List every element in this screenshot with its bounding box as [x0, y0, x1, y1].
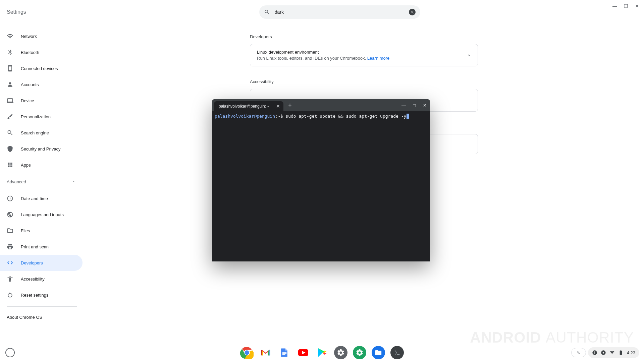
- sidebar-item-label: Languages and inputs: [21, 212, 64, 217]
- app-settings[interactable]: [334, 346, 347, 359]
- shelf: ✎ 4:23: [0, 343, 644, 362]
- sidebar-item-languages[interactable]: Languages and inputs: [0, 206, 83, 223]
- window-close[interactable]: ✕: [635, 3, 639, 9]
- app-gmail[interactable]: [259, 346, 272, 359]
- wifi-status-icon: [609, 350, 615, 355]
- window-minimize[interactable]: —: [612, 3, 617, 9]
- sidebar: Network Bluetooth Connected devices Acco…: [0, 24, 84, 324]
- section-title-accessibility: Accessibility: [250, 79, 478, 84]
- terminal-titlebar[interactable]: palashvolvoikar@penguin: ~ ✕ + — ◻ ✕: [212, 99, 430, 111]
- search-icon: [7, 129, 13, 136]
- sidebar-item-print-scan[interactable]: Print and scan: [0, 239, 83, 255]
- update-icon: [601, 350, 606, 355]
- chevron-right-icon: [468, 54, 471, 57]
- terminal-window[interactable]: palashvolvoikar@penguin: ~ ✕ + — ◻ ✕ pal…: [212, 99, 430, 261]
- sidebar-item-reset[interactable]: Reset settings: [0, 287, 83, 303]
- sidebar-item-bluetooth[interactable]: Bluetooth: [0, 44, 83, 60]
- terminal-close[interactable]: ✕: [423, 103, 427, 108]
- search-box[interactable]: [259, 5, 420, 19]
- stylus-tray[interactable]: ✎: [571, 348, 586, 357]
- apps-icon: [7, 162, 13, 168]
- sidebar-item-device[interactable]: Device: [0, 93, 83, 109]
- clock: 4:23: [627, 350, 635, 355]
- sidebar-item-label: Developers: [21, 260, 43, 265]
- sidebar-item-label: Reset settings: [21, 293, 48, 298]
- code-icon: [7, 259, 13, 266]
- app-android-settings[interactable]: [353, 346, 366, 359]
- sidebar-item-accounts[interactable]: Accounts: [0, 76, 83, 93]
- shelf-apps: [240, 346, 404, 359]
- folder-icon: [7, 227, 13, 234]
- linux-card-sub: Run Linux tools, editors, and IDEs on yo…: [257, 56, 468, 61]
- svg-rect-4: [282, 354, 285, 355]
- sidebar-item-security-privacy[interactable]: Security and Privacy: [0, 141, 83, 157]
- app-files[interactable]: [372, 346, 385, 359]
- watermark: ANDROID AUTHORITY: [470, 329, 634, 346]
- sidebar-item-connected-devices[interactable]: Connected devices: [0, 60, 83, 76]
- sidebar-item-label: Device: [21, 98, 34, 103]
- advanced-label: Advanced: [7, 179, 26, 184]
- app-play-store[interactable]: [315, 346, 329, 359]
- sidebar-item-network[interactable]: Network: [0, 28, 83, 44]
- status-tray[interactable]: 4:23: [588, 347, 639, 358]
- sidebar-item-label: Accounts: [21, 82, 39, 87]
- sidebar-item-about[interactable]: About Chrome OS: [0, 310, 84, 324]
- sidebar-item-label: Search engine: [21, 130, 49, 135]
- sidebar-item-label: Files: [21, 228, 30, 233]
- terminal-cursor: [407, 114, 409, 119]
- terminal-new-tab[interactable]: +: [288, 102, 292, 109]
- sidebar-item-developers[interactable]: Developers: [0, 255, 83, 271]
- shield-icon: [7, 145, 13, 152]
- globe-icon: [7, 211, 13, 218]
- app-youtube[interactable]: [297, 346, 310, 359]
- phone-icon: [7, 65, 13, 72]
- laptop-icon: [7, 97, 13, 104]
- sidebar-item-accessibility[interactable]: Accessibility: [0, 271, 83, 287]
- sidebar-item-label: Apps: [21, 163, 31, 168]
- sidebar-item-label: Personalization: [21, 114, 51, 119]
- sidebar-item-search-engine[interactable]: Search engine: [0, 125, 83, 141]
- sidebar-item-label: Accessibility: [21, 277, 45, 282]
- app-terminal[interactable]: [390, 346, 404, 359]
- shelf-right: ✎ 4:23: [571, 347, 639, 358]
- reset-icon: [7, 292, 13, 298]
- print-icon: [7, 243, 13, 250]
- terminal-command: sudo apt-get update && sudo apt-get upgr…: [285, 114, 406, 119]
- linux-card-title: Linux development environment: [257, 50, 468, 55]
- window-maximize[interactable]: ❐: [624, 3, 628, 9]
- terminal-tab-close[interactable]: ✕: [276, 104, 280, 109]
- sidebar-item-apps[interactable]: Apps: [0, 157, 83, 173]
- search-input[interactable]: [270, 9, 409, 15]
- window-controls: — ❐ ✕: [612, 3, 639, 9]
- app-chrome[interactable]: [240, 346, 254, 359]
- sidebar-item-files[interactable]: Files: [0, 223, 83, 239]
- sidebar-item-label: Date and time: [21, 196, 48, 201]
- terminal-tab[interactable]: palashvolvoikar@penguin: ~ ✕: [214, 101, 283, 111]
- advanced-toggle[interactable]: Advanced: [0, 175, 84, 188]
- battery-icon: [618, 350, 624, 355]
- clear-search-button[interactable]: [409, 9, 416, 15]
- close-icon: [410, 10, 414, 14]
- wifi-icon: [7, 33, 13, 40]
- sidebar-item-personalization[interactable]: Personalization: [0, 109, 83, 125]
- terminal-body[interactable]: palashvolvoikar@penguin:~$ sudo apt-get …: [212, 111, 430, 121]
- sidebar-item-label: Security and Privacy: [21, 146, 61, 152]
- sidebar-item-date-time[interactable]: Date and time: [0, 190, 83, 206]
- sidebar-item-label: Connected devices: [21, 66, 58, 71]
- terminal-window-controls: — ◻ ✕: [401, 103, 427, 108]
- terminal-maximize[interactable]: ◻: [413, 103, 416, 108]
- terminal-minimize[interactable]: —: [401, 103, 406, 108]
- terminal-tab-title: palashvolvoikar@penguin: ~: [219, 104, 269, 109]
- svg-point-1: [245, 350, 249, 355]
- linux-dev-card[interactable]: Linux development environment Run Linux …: [250, 44, 478, 66]
- accessibility-icon: [7, 276, 13, 282]
- svg-rect-2: [282, 352, 287, 353]
- app-docs[interactable]: [278, 346, 291, 359]
- launcher-button[interactable]: [5, 348, 15, 357]
- learn-more-link[interactable]: Learn more: [367, 56, 389, 61]
- sidebar-item-label: Bluetooth: [21, 50, 39, 55]
- svg-rect-3: [282, 353, 287, 354]
- terminal-path: :~: [275, 114, 280, 119]
- section-title-developers: Developers: [250, 34, 478, 39]
- search-icon: [264, 9, 270, 15]
